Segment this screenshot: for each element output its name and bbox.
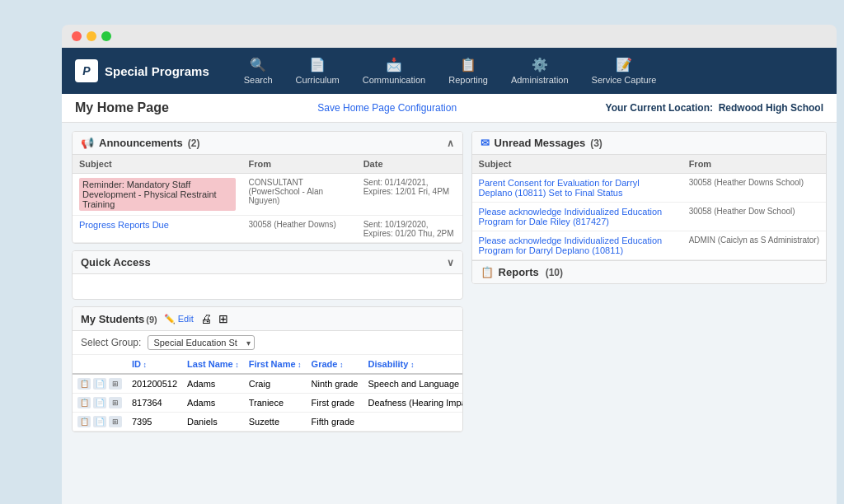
quick-access-collapse-icon[interactable]: ∨ [447,257,454,268]
msg-subject-2[interactable]: Please acknowledge Individualized Educat… [472,203,682,231]
msg-from-1: 30058 (Heather Downs School) [682,174,826,203]
ann-date-1: Sent: 01/14/2021, Expires: 12/01 Fri, 4P… [357,174,462,216]
quick-access-title: Quick Access [81,256,151,268]
left-column: 📢 Announcements (2) ∧ Subject From Date [72,131,463,493]
student-action-icon-3b[interactable]: 📄 [93,416,106,427]
save-config-link[interactable]: Save Home Page Configuration [317,102,457,114]
search-icon: 🔍 [250,57,266,72]
student-action-icon-2b[interactable]: 📄 [93,397,106,408]
ann-row-2: Progress Reports Due 30058 (Heather Down… [73,216,462,243]
ann-from-2: 30058 (Heather Downs) [242,216,357,243]
students-table: ID Last Name First Name Grade Disability… [73,355,462,432]
nav-search[interactable]: 🔍 Search [234,52,283,90]
minimize-button[interactable] [87,31,96,41]
th-disability[interactable]: Disability [363,355,462,374]
my-students-section: My Students(9) ✏️ Edit 🖨 ⊞ Select Group:… [72,306,463,432]
msg-subject-1[interactable]: Parent Consent for Evaluation for Darryl… [472,174,682,203]
page-title: My Home Page [75,100,169,115]
msg-from-2: 30058 (Heather Dow School) [682,203,826,231]
student-row-3: 📋 📄 ⊞ 7395 Daniels Suzette Fifth grade [73,413,462,432]
student-action-icon-1a[interactable]: 📋 [77,378,91,390]
student-id-3: 7395 [127,413,182,432]
nav-service-capture[interactable]: 📝 Service Capture [582,52,667,90]
close-button[interactable] [72,31,82,41]
window-chrome [62,25,837,48]
ann-subject-2[interactable]: Progress Reports Due [73,216,242,243]
reporting-icon: 📋 [460,57,476,72]
edit-students-link[interactable]: ✏️ Edit [164,314,194,324]
quick-access-body [73,274,462,299]
communication-icon: 📩 [386,57,402,72]
grid-icon[interactable]: ⊞ [218,312,228,325]
th-first-name[interactable]: First Name [244,355,307,374]
student-action-icon-2c[interactable]: ⊞ [109,397,122,408]
student-row-1: 📋 📄 ⊞ 201200512 Adams Craig Ninth grade … [73,374,462,394]
sub-header: My Home Page Save Home Page Configuratio… [62,94,837,123]
current-location: Your Current Location: Redwood High Scho… [606,102,823,114]
student-last-2: Adams [182,394,244,413]
logo-icon: P [75,59,98,82]
msg-col-from: From [682,155,826,174]
quick-access-card: Quick Access ∨ [72,250,463,300]
student-disability-3 [363,413,462,432]
th-grade[interactable]: Grade [307,355,363,374]
student-disability-1: Speech and Language Impairments [363,374,462,394]
announcements-collapse-icon[interactable]: ∧ [447,138,454,149]
print-icon[interactable]: 🖨 [200,312,212,325]
student-row-2: 📋 📄 ⊞ 817364 Adams Traniece First grade … [73,394,462,413]
student-action-icon-2a[interactable]: 📋 [77,397,91,408]
student-last-1: Adams [182,374,244,394]
announcements-header: 📢 Announcements (2) ∧ [73,132,462,155]
msg-subject-3[interactable]: Please acknowledge Individualized Educat… [472,231,682,260]
nav-administration[interactable]: ⚙️ Administration [501,52,579,90]
student-action-icon-3a[interactable]: 📋 [77,416,91,427]
curriculum-icon: 📄 [309,57,326,72]
student-first-1: Craig [244,374,307,394]
maximize-button[interactable] [101,31,111,41]
ann-col-date: Date [357,155,462,174]
select-group-row: Select Group: Special Education St All S… [73,331,462,355]
group-select-wrap[interactable]: Special Education St All Students IEP St… [148,335,255,350]
app-container: P Special Programs 🔍 Search 📄 Curriculum… [62,48,837,504]
students-header: My Students(9) ✏️ Edit 🖨 ⊞ [73,307,462,331]
ann-col-from: From [242,155,357,174]
right-column: ✉ Unread Messages (3) Subject From [471,131,827,493]
nav-communication[interactable]: 📩 Communication [353,52,435,90]
th-id[interactable]: ID [127,355,182,374]
service-capture-icon: 📝 [616,57,632,72]
student-first-2: Traniece [244,394,307,413]
ann-subject-1[interactable]: Reminder: Mandatory Staff Development - … [73,174,242,216]
student-actions-2: 📋 📄 ⊞ [73,394,127,413]
ann-col-subject: Subject [73,155,242,174]
student-action-icon-1b[interactable]: 📄 [93,378,106,390]
nav-curriculum[interactable]: 📄 Curriculum [286,52,349,90]
student-actions-1: 📋 📄 ⊞ [73,374,127,394]
student-id-2: 817364 [127,394,182,413]
reports-header: 📋 Reports (10) [472,260,826,283]
ann-row-1: Reminder: Mandatory Staff Development - … [73,174,462,216]
th-actions [73,355,127,374]
nav-reporting[interactable]: 📋 Reporting [438,52,498,90]
group-select[interactable]: Special Education St All Students IEP St… [148,335,255,350]
msg-row-1: Parent Consent for Evaluation for Darryl… [472,174,826,203]
student-grade-3: Fifth grade [307,413,363,432]
msg-row-3: Please acknowledge Individualized Educat… [472,231,826,260]
report-icon: 📋 [481,266,494,278]
student-action-icon-1c[interactable]: ⊞ [109,378,122,390]
student-grade-2: First grade [307,394,363,413]
nav-items: 🔍 Search 📄 Curriculum 📩 Communication 📋 … [234,52,823,90]
quick-access-header: Quick Access ∨ [73,251,462,274]
announcements-card: 📢 Announcements (2) ∧ Subject From Date [72,131,463,244]
students-title: My Students(9) [81,313,157,325]
student-action-icon-3c[interactable]: ⊞ [109,416,122,427]
top-nav: P Special Programs 🔍 Search 📄 Curriculum… [62,48,837,94]
nav-logo-text: Special Programs [105,64,209,78]
student-grade-1: Ninth grade [307,374,363,394]
student-id-1: 201200512 [127,374,182,394]
messages-header: ✉ Unread Messages (3) [472,132,826,155]
announce-icon: 📢 [81,137,94,149]
unread-messages-card: ✉ Unread Messages (3) Subject From [471,131,827,284]
th-last-name[interactable]: Last Name [182,355,244,374]
nav-logo: P Special Programs [75,59,209,82]
student-actions-3: 📋 📄 ⊞ [73,413,127,432]
